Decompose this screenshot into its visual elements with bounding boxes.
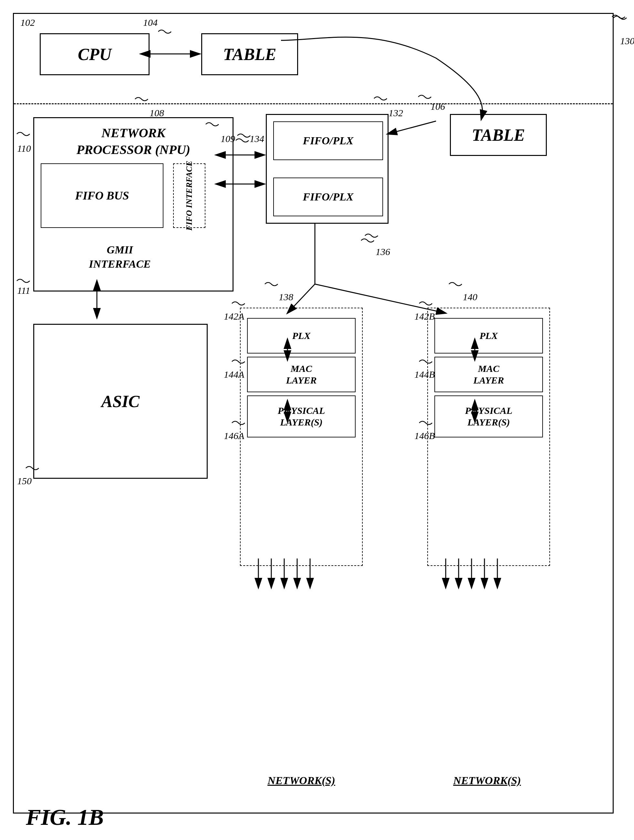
asic-label: ASIC: [101, 392, 140, 411]
ref-144B: 144B: [414, 369, 435, 380]
npu-label: NETWORKPROCESSOR (NPU): [34, 125, 232, 158]
left-stack: PLX MACLAYER PHYSICALLAYER(S): [240, 308, 363, 566]
fifo-plx-bottom-label: FIFO/PLX: [303, 191, 354, 203]
ref-142B: 142B: [414, 311, 435, 322]
asic-box: ASIC: [33, 324, 208, 479]
ref-146A: 146A: [224, 430, 244, 441]
ref-111: 111: [17, 285, 30, 296]
ref-110: 110: [17, 143, 31, 154]
right-stack: PLX MACLAYER PHYSICALLAYER(S): [427, 308, 550, 566]
fifo-plx-container: FIFO/PLX FIFO/PLX: [266, 114, 389, 224]
left-phys-box: PHYSICALLAYER(S): [247, 395, 356, 437]
ref-102: 102: [21, 17, 35, 28]
ref-108: 108: [150, 107, 164, 118]
ref-132: 132: [389, 107, 403, 118]
ref-106: 106: [430, 101, 445, 112]
ref-138: 138: [279, 292, 293, 303]
gmii-label: GMIIINTERFACE: [34, 243, 206, 271]
diagram: CPU TABLE TABLE NETWORKPROCESSOR (NPU) F…: [0, 0, 634, 840]
fifo-bus-label: FIFO BUS: [75, 189, 129, 202]
ref-134: 134: [250, 133, 264, 144]
fifo-plx-box-bottom: FIFO/PLX: [273, 178, 383, 216]
ref-144A: 144A: [224, 369, 244, 380]
ref-140: 140: [463, 292, 477, 303]
outer-box: CPU TABLE TABLE NETWORKPROCESSOR (NPU) F…: [13, 13, 613, 813]
fifo-interface-label: FIFO INTERFACE: [184, 161, 194, 231]
ref-130: 130: [620, 36, 634, 46]
table-right-label: TABLE: [472, 126, 525, 145]
right-plx-box: PLX: [435, 318, 543, 354]
ref-146B: 146B: [414, 430, 435, 441]
table-box-top: TABLE: [201, 33, 298, 75]
ref-136: 136: [376, 246, 390, 257]
ref-150: 150: [17, 475, 32, 486]
left-mac-box: MACLAYER: [247, 357, 356, 392]
networks-label-right: NETWORK(S): [432, 774, 542, 787]
fifo-bus-box: FIFO BUS: [41, 163, 163, 228]
networks-label-left: NETWORK(S): [247, 774, 356, 787]
top-section: CPU TABLE: [14, 14, 613, 104]
cpu-label: CPU: [78, 45, 111, 64]
fifo-plx-box-top: FIFO/PLX: [273, 122, 383, 160]
right-phys-box: PHYSICALLAYER(S): [435, 395, 543, 437]
ref-142A: 142A: [224, 311, 244, 322]
fifo-plx-top-label: FIFO/PLX: [303, 134, 354, 147]
left-plx-box: PLX: [247, 318, 356, 354]
fig-label: FIG. 1B: [26, 804, 104, 830]
fifo-interface-box: FIFO INTERFACE: [173, 163, 206, 228]
ref-104: 104: [143, 17, 158, 28]
table-top-label: TABLE: [223, 45, 277, 64]
right-mac-box: MACLAYER: [435, 357, 543, 392]
ref-109: 109: [221, 133, 235, 144]
npu-box: NETWORKPROCESSOR (NPU) FIFO BUS FIFO INT…: [33, 117, 234, 292]
cpu-box: CPU: [40, 33, 150, 75]
table-box-right: TABLE: [450, 114, 547, 156]
